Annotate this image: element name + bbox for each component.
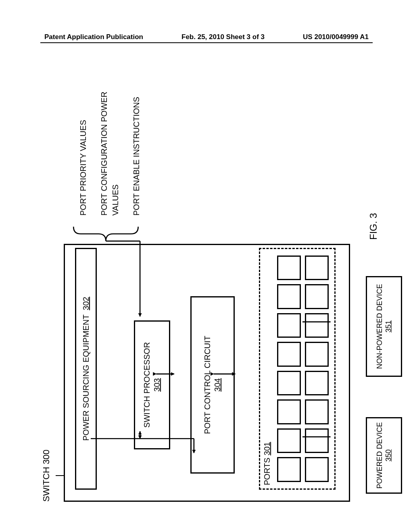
diagram-area: SWITCH 300 POWER SOURCING EQUIPMENT 302 …	[24, 60, 389, 508]
header-right: US 2010/0049999 A1	[303, 33, 369, 41]
powered-ref: 350	[384, 449, 392, 461]
rotated-figure: SWITCH 300 POWER SOURCING EQUIPMENT 302 …	[41, 62, 372, 506]
powered-text: POWERED DEVICE	[375, 422, 384, 488]
nonpowered-text: NON-POWERED DEVICE	[375, 284, 384, 369]
header-center: Feb. 25, 2010 Sheet 3 of 3	[181, 33, 265, 41]
patent-figure-page: Patent Application Publication Feb. 25, …	[0, 0, 413, 532]
header-rule	[40, 42, 373, 43]
connector-overlay	[41, 62, 372, 506]
header-left: Patent Application Publication	[44, 33, 143, 41]
page-header: Patent Application Publication Feb. 25, …	[44, 33, 369, 41]
nonpowered-ref: 351	[384, 320, 392, 332]
